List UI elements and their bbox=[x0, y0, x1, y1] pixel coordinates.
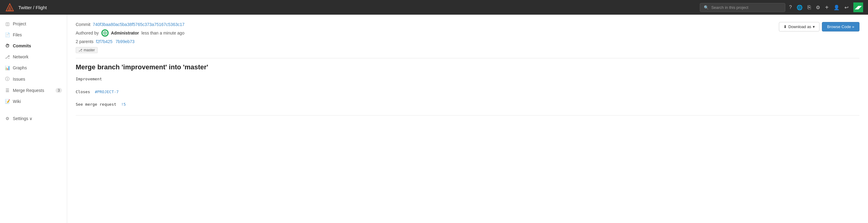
divider-bottom bbox=[76, 115, 860, 115]
commits-icon: ⏱ bbox=[5, 44, 10, 48]
parents-line: 2 parents f2f7b425 7b99eb73 bbox=[76, 39, 779, 44]
author-time: less than a minute ago bbox=[141, 31, 184, 35]
sidebar-label-files: Files bbox=[13, 32, 22, 37]
merge-requests-badge: 3 bbox=[56, 88, 62, 93]
avatar bbox=[101, 29, 108, 37]
app-body: ◫ Project 📄 Files ⏱ Commits ⎇ Network 📊 … bbox=[0, 15, 868, 223]
closes-link[interactable]: #PROJECT-7 bbox=[95, 89, 119, 94]
authored-label: Authored by bbox=[76, 31, 99, 35]
commit-actions: ⬇ Download as ▾ Browse Code » bbox=[779, 22, 860, 31]
issues-icon: ⓘ bbox=[5, 76, 10, 82]
search-icon: 🔍 bbox=[704, 5, 709, 10]
graphs-icon: 📊 bbox=[5, 65, 10, 70]
commit-info: Commit 740f3baa80ac5ba38f5765c373a75167c… bbox=[76, 22, 779, 53]
download-label: Download as bbox=[788, 24, 811, 29]
sidebar-item-graphs[interactable]: 📊 Graphs bbox=[0, 62, 67, 73]
sidebar-label-commits: Commits bbox=[13, 44, 31, 48]
user-icon[interactable]: 👤 bbox=[834, 5, 840, 10]
sidebar: ◫ Project 📄 Files ⏱ Commits ⎇ Network 📊 … bbox=[0, 15, 67, 223]
commit-closes-line: Closes #PROJECT-7 bbox=[76, 89, 860, 95]
sidebar-item-network[interactable]: ⎇ Network bbox=[0, 51, 67, 62]
divider-top bbox=[76, 58, 860, 58]
app-logo[interactable] bbox=[5, 2, 14, 12]
commit-title: Merge branch 'improvement' into 'master' bbox=[76, 63, 860, 71]
commit-body: Improvement Closes #PROJECT-7 See merge … bbox=[76, 76, 860, 108]
settings-icon: ⚙ bbox=[5, 116, 10, 121]
sidebar-label-merge-requests: Merge Requests bbox=[13, 88, 44, 93]
download-caret-icon: ▾ bbox=[813, 24, 815, 29]
commit-hash-link[interactable]: 740f3baa80ac5ba38f5765c373a75167c5363c17 bbox=[93, 22, 185, 27]
see-merge-label: See merge request bbox=[76, 102, 116, 107]
globe-icon[interactable]: 🌐 bbox=[797, 5, 803, 10]
help-icon[interactable]: ? bbox=[789, 5, 792, 10]
sidebar-label-settings: Settings ∨ bbox=[13, 116, 32, 121]
network-icon: ⎇ bbox=[5, 54, 10, 59]
sidebar-item-issues[interactable]: ⓘ Issues bbox=[0, 73, 67, 85]
download-button[interactable]: ⬇ Download as ▾ bbox=[779, 22, 819, 31]
search-input[interactable] bbox=[711, 5, 781, 10]
commit-see-merge-line: See merge request !5 bbox=[76, 102, 860, 108]
commit-hash-line: Commit 740f3baa80ac5ba38f5765c373a75167c… bbox=[76, 22, 779, 27]
snippet-icon[interactable]: ⎘ bbox=[808, 4, 811, 11]
merge-requests-icon: ☰ bbox=[5, 88, 10, 93]
branch-tag[interactable]: ⎇ master bbox=[76, 47, 98, 53]
sidebar-label-network: Network bbox=[13, 54, 28, 59]
sidebar-item-files[interactable]: 📄 Files bbox=[0, 29, 67, 40]
sidebar-item-wiki[interactable]: 📝 Wiki bbox=[0, 96, 67, 107]
parent1-link[interactable]: f2f7b425 bbox=[96, 39, 113, 44]
sidebar-item-settings[interactable]: ⚙ Settings ∨ bbox=[0, 113, 67, 124]
signout-icon[interactable]: ↩ bbox=[844, 5, 848, 10]
sidebar-label-graphs: Graphs bbox=[13, 65, 27, 70]
sidebar-label-issues: Issues bbox=[13, 77, 25, 82]
branch-name: master bbox=[84, 48, 95, 52]
nav-icons: ? 🌐 ⎘ ⚙ + 👤 ↩ ◢◤ bbox=[789, 2, 863, 12]
app-title: Twitter / Flight bbox=[18, 5, 696, 10]
parent2-link[interactable]: 7b99eb73 bbox=[116, 39, 134, 44]
top-nav: Twitter / Flight 🔍 ? 🌐 ⎘ ⚙ + 👤 ↩ ◢◤ bbox=[0, 0, 868, 15]
search-box[interactable]: 🔍 bbox=[700, 3, 785, 12]
branch-tag-container: ⎇ master bbox=[76, 47, 779, 53]
svg-point-4 bbox=[104, 32, 105, 34]
sidebar-item-commits[interactable]: ⏱ Commits bbox=[0, 40, 67, 51]
author-name: Administrator bbox=[111, 31, 139, 35]
teal-logo-icon: ◢◤ bbox=[854, 2, 863, 12]
parents-label: 2 parents bbox=[76, 39, 93, 44]
download-icon: ⬇ bbox=[783, 24, 787, 29]
wiki-icon: 📝 bbox=[5, 99, 10, 104]
plus-icon[interactable]: + bbox=[825, 4, 829, 11]
gear-icon[interactable]: ⚙ bbox=[816, 5, 820, 10]
commit-body-line1: Improvement bbox=[76, 76, 860, 82]
sidebar-label-project: Project bbox=[13, 21, 26, 26]
sidebar-label-wiki: Wiki bbox=[13, 99, 21, 104]
main-content: Commit 740f3baa80ac5ba38f5765c373a75167c… bbox=[67, 15, 868, 223]
files-icon: 📄 bbox=[5, 32, 10, 37]
commit-header: Commit 740f3baa80ac5ba38f5765c373a75167c… bbox=[76, 22, 860, 53]
closes-label: Closes bbox=[76, 89, 90, 94]
branch-icon: ⎇ bbox=[79, 48, 83, 52]
merge-request-link[interactable]: !5 bbox=[121, 102, 126, 107]
sidebar-item-project[interactable]: ◫ Project bbox=[0, 18, 67, 29]
project-icon: ◫ bbox=[5, 21, 10, 26]
authored-line: Authored by Administrator less than a mi… bbox=[76, 29, 779, 37]
commit-label: Commit bbox=[76, 22, 90, 27]
browse-code-button[interactable]: Browse Code » bbox=[822, 22, 860, 31]
sidebar-item-merge-requests[interactable]: ☰ Merge Requests 3 bbox=[0, 85, 67, 96]
